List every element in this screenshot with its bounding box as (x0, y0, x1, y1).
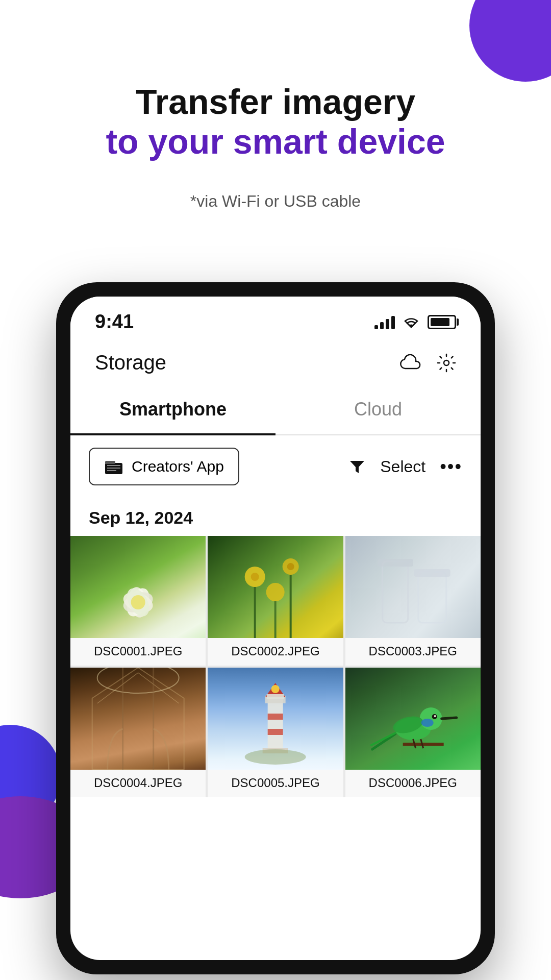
svg-rect-5 (107, 470, 116, 471)
svg-point-35 (245, 749, 306, 765)
svg-rect-2 (105, 461, 115, 464)
photo-cell-3[interactable]: DSC0003.JPEG (345, 536, 481, 666)
tab-smartphone[interactable]: Smartphone (70, 384, 276, 434)
flower-svg (70, 536, 206, 638)
battery-icon (428, 315, 456, 329)
svg-rect-33 (268, 729, 283, 735)
toolbar-row: Creators' App Select ••• (70, 435, 481, 498)
status-time: 9:41 (95, 311, 134, 333)
settings-icon[interactable] (437, 353, 456, 373)
photo-cell-1[interactable]: DSC0001.JPEG (70, 536, 206, 666)
photo-filename-4: DSC0004.JPEG (70, 770, 206, 797)
status-bar: 9:41 (70, 297, 481, 341)
date-heading: Sep 12, 2024 (70, 498, 481, 536)
svg-rect-20 (382, 561, 408, 623)
photo-cell-6[interactable]: DSC0006.JPEG (345, 668, 481, 797)
svg-point-13 (251, 573, 259, 581)
svg-rect-21 (377, 559, 413, 567)
hero-subtitle: *via Wi-Fi or USB cable (41, 192, 510, 211)
phone-mockup-container: 9:41 (0, 282, 551, 974)
phone-screen: 9:41 (70, 297, 481, 960)
app-header-title: Storage (95, 351, 166, 374)
wifi-icon (402, 315, 420, 329)
photo-filename-2: DSC0002.JPEG (208, 638, 343, 666)
bird-svg (345, 668, 481, 770)
photo-thumb-3 (345, 536, 481, 638)
svg-point-31 (271, 685, 280, 693)
svg-point-15 (287, 563, 294, 570)
tabs-bar: Smartphone Cloud (70, 384, 481, 435)
tab-cloud[interactable]: Cloud (276, 384, 481, 434)
more-options-button[interactable]: ••• (440, 456, 462, 477)
photo-thumb-2 (208, 536, 343, 638)
svg-point-39 (434, 715, 436, 717)
photo-filename-6: DSC0006.JPEG (345, 770, 481, 797)
filter-icon[interactable] (348, 458, 366, 475)
photo-filename-1: DSC0001.JPEG (70, 638, 206, 666)
svg-point-0 (444, 360, 449, 365)
toolbar-right: Select ••• (348, 456, 462, 477)
svg-point-37 (419, 707, 442, 730)
hero-section: Transfer imagery to your smart device *v… (0, 0, 551, 241)
svg-rect-3 (107, 465, 120, 466)
svg-point-41 (421, 719, 433, 727)
jars-svg (345, 536, 481, 638)
signal-bar-2 (380, 322, 384, 329)
select-button[interactable]: Select (380, 457, 425, 476)
flowers-svg (208, 536, 343, 638)
creators-app-icon (104, 458, 123, 475)
status-icons (374, 315, 456, 329)
svg-rect-27 (268, 698, 283, 749)
app-header-icons (400, 353, 456, 373)
photo-cell-2[interactable]: DSC0002.JPEG (208, 536, 343, 666)
photo-thumb-1 (70, 536, 206, 638)
app-selector-label: Creators' App (132, 458, 224, 475)
battery-fill (431, 318, 449, 326)
signal-bars-icon (374, 315, 395, 329)
hero-title-line2: to your smart device (41, 121, 510, 161)
svg-point-11 (131, 595, 145, 609)
svg-rect-22 (418, 572, 446, 623)
cloud-icon[interactable] (400, 354, 421, 372)
hero-title-line1: Transfer imagery (41, 82, 510, 121)
phone-frame: 9:41 (56, 282, 495, 974)
photo-thumb-5 (208, 668, 343, 770)
photo-filename-3: DSC0003.JPEG (345, 638, 481, 666)
arcade-svg (70, 668, 206, 770)
app-selector-button[interactable]: Creators' App (89, 448, 239, 485)
lighthouse-svg (208, 668, 343, 770)
photo-filename-5: DSC0005.JPEG (208, 770, 343, 797)
svg-point-16 (266, 583, 285, 601)
photo-thumb-6 (345, 668, 481, 770)
photo-cell-4[interactable]: DSC0004.JPEG (70, 668, 206, 797)
signal-bar-4 (391, 316, 395, 329)
signal-bar-3 (386, 319, 389, 329)
app-header: Storage (70, 341, 481, 384)
photo-thumb-4 (70, 668, 206, 770)
svg-rect-23 (414, 569, 450, 577)
photo-cell-5[interactable]: DSC0005.JPEG (208, 668, 343, 797)
svg-rect-32 (268, 714, 283, 720)
signal-bar-1 (374, 325, 378, 329)
svg-rect-4 (107, 468, 120, 469)
svg-rect-30 (267, 694, 284, 699)
svg-point-24 (97, 668, 179, 693)
photo-grid: DSC0001.JPEG (70, 536, 481, 797)
